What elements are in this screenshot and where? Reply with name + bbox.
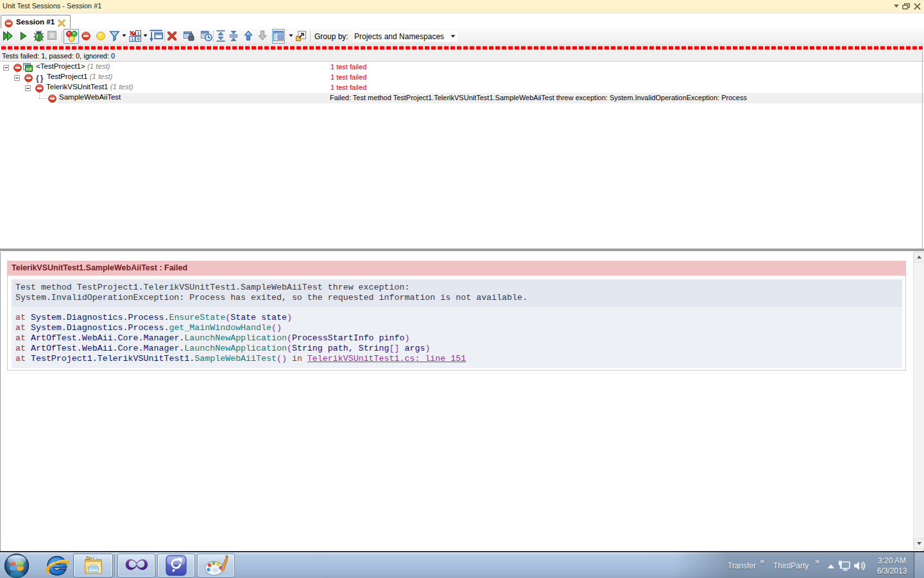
svg-text:0: 0	[137, 36, 139, 42]
svg-text:1: 1	[131, 36, 133, 42]
svg-text:1: 1	[137, 30, 139, 36]
svg-text:c#: c#	[26, 66, 32, 72]
